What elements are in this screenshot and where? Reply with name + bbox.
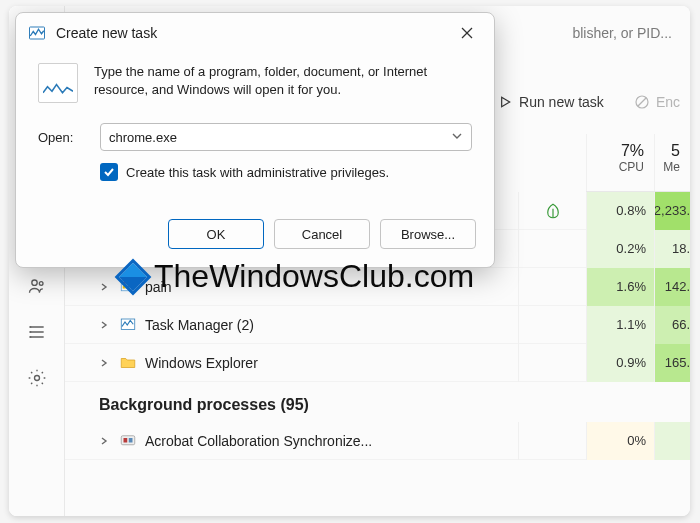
memory-cell: 165. bbox=[654, 344, 690, 382]
svg-point-7 bbox=[29, 337, 30, 338]
cpu-header[interactable]: 7% CPU bbox=[586, 134, 654, 191]
svg-line-10 bbox=[638, 98, 646, 106]
svg-rect-13 bbox=[127, 281, 130, 284]
process-row[interactable]: Task Manager (2)1.1%66. bbox=[65, 306, 690, 344]
svg-rect-18 bbox=[124, 438, 128, 443]
close-icon bbox=[460, 26, 474, 40]
search-placeholder-tail[interactable]: blisher, or PID... bbox=[572, 16, 672, 50]
dialog-title: Create new task bbox=[56, 25, 452, 41]
nav-details-icon[interactable] bbox=[27, 322, 47, 342]
efficiency-cell bbox=[518, 268, 586, 306]
column-headers: 7% CPU 5 Me bbox=[586, 134, 690, 192]
memory-cell: 18. bbox=[654, 230, 690, 268]
memory-cell: 66. bbox=[654, 306, 690, 344]
check-icon bbox=[103, 166, 115, 178]
expand-chevron-icon[interactable] bbox=[99, 317, 111, 333]
memory-cell: 142. bbox=[654, 268, 690, 306]
admin-checkbox[interactable] bbox=[100, 163, 118, 181]
memory-header[interactable]: 5 Me bbox=[654, 134, 690, 191]
svg-point-8 bbox=[34, 376, 39, 381]
chevron-down-icon bbox=[451, 130, 463, 145]
memory-cell: 2,233. bbox=[654, 192, 690, 230]
efficiency-cell bbox=[518, 306, 586, 344]
efficiency-cell bbox=[518, 192, 586, 230]
cpu-cell: 0.2% bbox=[586, 230, 654, 268]
efficiency-cell bbox=[518, 230, 586, 268]
background-processes-header: Background processes (95) bbox=[65, 382, 690, 422]
process-icon bbox=[119, 278, 137, 296]
open-label: Open: bbox=[38, 130, 86, 145]
process-name: Task Manager (2) bbox=[145, 317, 254, 333]
svg-rect-14 bbox=[123, 285, 126, 288]
run-dialog-icon bbox=[28, 24, 46, 42]
nav-settings-icon[interactable] bbox=[27, 368, 47, 388]
svg-point-5 bbox=[29, 327, 30, 328]
end-task-label: Enc bbox=[656, 94, 680, 110]
run-graphic-icon bbox=[38, 63, 78, 103]
process-name: Windows Explorer bbox=[145, 355, 258, 371]
dialog-description: Type the name of a program, folder, docu… bbox=[94, 63, 472, 99]
cpu-label: CPU bbox=[619, 160, 644, 174]
svg-rect-15 bbox=[127, 285, 130, 288]
admin-checkbox-label: Create this task with administrative pri… bbox=[126, 165, 389, 180]
open-value: chrome.exe bbox=[109, 130, 177, 145]
prohibit-icon bbox=[634, 94, 650, 110]
process-name: Acrobat Collaboration Synchronize... bbox=[145, 433, 372, 449]
create-new-task-dialog: Create new task Type the name of a progr… bbox=[15, 12, 495, 268]
cpu-percent: 7% bbox=[591, 142, 644, 160]
cancel-button[interactable]: Cancel bbox=[274, 219, 370, 249]
memory-cell bbox=[654, 422, 690, 460]
cpu-cell: 0% bbox=[586, 422, 654, 460]
svg-rect-12 bbox=[123, 281, 126, 284]
process-name: pain bbox=[145, 279, 171, 295]
cpu-cell: 0.9% bbox=[586, 344, 654, 382]
browse-button[interactable]: Browse... bbox=[380, 219, 476, 249]
svg-rect-17 bbox=[121, 435, 135, 444]
nav-users-icon[interactable] bbox=[27, 276, 47, 296]
run-new-task-button[interactable]: Run new task bbox=[487, 88, 614, 116]
process-icon bbox=[119, 432, 137, 450]
cpu-cell: 1.1% bbox=[586, 306, 654, 344]
expand-chevron-icon[interactable] bbox=[99, 355, 111, 371]
run-new-task-label: Run new task bbox=[519, 94, 604, 110]
process-row[interactable]: Windows Explorer0.9%165. bbox=[65, 344, 690, 382]
svg-point-6 bbox=[29, 332, 30, 333]
process-icon bbox=[119, 354, 137, 372]
expand-chevron-icon[interactable] bbox=[99, 279, 111, 295]
process-row[interactable]: Acrobat Collaboration Synchronize...0% bbox=[65, 422, 690, 460]
process-row[interactable]: pain1.6%142. bbox=[65, 268, 690, 306]
memory-label: Me bbox=[663, 160, 680, 174]
memory-percent: 5 bbox=[659, 142, 680, 160]
efficiency-cell bbox=[518, 344, 586, 382]
svg-point-0 bbox=[31, 280, 36, 285]
open-combobox[interactable]: chrome.exe bbox=[100, 123, 472, 151]
svg-point-1 bbox=[39, 282, 43, 286]
cpu-cell: 0.8% bbox=[586, 192, 654, 230]
close-button[interactable] bbox=[452, 18, 482, 48]
end-task-button: Enc bbox=[624, 88, 690, 116]
play-icon bbox=[497, 94, 513, 110]
svg-rect-19 bbox=[129, 438, 133, 443]
process-icon bbox=[119, 316, 137, 334]
ok-button[interactable]: OK bbox=[168, 219, 264, 249]
efficiency-cell bbox=[518, 422, 586, 460]
expand-chevron-icon[interactable] bbox=[99, 433, 111, 449]
cpu-cell: 1.6% bbox=[586, 268, 654, 306]
